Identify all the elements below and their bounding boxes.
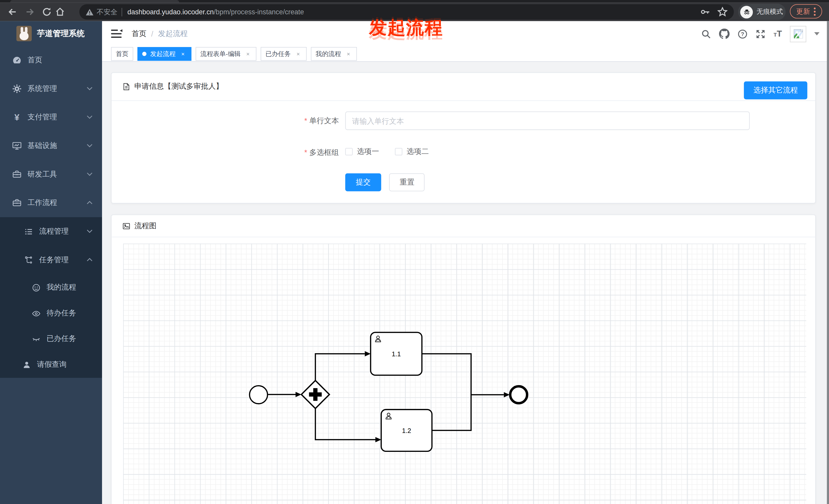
sidebar-item-task-management[interactable]: 任务管理: [0, 245, 102, 274]
checkbox-option-2[interactable]: [395, 148, 402, 155]
search-icon: [701, 29, 711, 39]
avatar[interactable]: [790, 26, 806, 42]
fullscreen-button[interactable]: [756, 29, 766, 39]
app-header: 首页 / 发起流程 ? TT: [102, 21, 829, 46]
svg-text:?: ?: [741, 31, 744, 37]
submit-button[interactable]: 提交: [345, 173, 381, 191]
sidebar-item-label: 流程管理: [39, 227, 69, 236]
eye-icon: [31, 308, 41, 318]
collapse-sidebar-button[interactable]: [111, 29, 122, 39]
help-icon: ?: [738, 29, 748, 39]
end-event-node: [510, 386, 527, 403]
search-button[interactable]: [701, 29, 711, 39]
reload-icon: [41, 6, 52, 17]
app-title: 芋道管理系统: [37, 29, 85, 39]
tab-done-tasks[interactable]: 已办任务 ×: [260, 47, 307, 61]
star-icon[interactable]: [718, 7, 727, 17]
user-icon: [21, 359, 32, 370]
help-button[interactable]: ?: [738, 29, 748, 39]
chevron-down-icon: [87, 115, 93, 119]
back-icon: [7, 6, 18, 17]
sidebar-item-label: 我的流程: [46, 283, 76, 292]
user-task-node-1-2: 1.2: [381, 410, 432, 451]
tags-view-bar: 首页 发起流程 × 流程表单-编辑 × 已办任务 × 我的流程 ×: [102, 46, 829, 62]
dashboard-icon: [11, 55, 22, 66]
incognito-icon: [740, 6, 753, 18]
kebab-menu-icon[interactable]: [814, 7, 816, 15]
chevron-down-icon: [87, 229, 93, 233]
yen-icon: ¥: [11, 112, 22, 122]
active-browser-tab-edge: [10, 0, 179, 3]
gear-icon: [11, 84, 22, 94]
sidebar-item-done-tasks[interactable]: 已办任务: [0, 326, 102, 351]
chevron-down-icon: [87, 172, 93, 176]
text-field-row: *单行文本: [111, 111, 815, 130]
security-label[interactable]: 不安全: [97, 7, 117, 16]
sidebar-item-home[interactable]: 首页: [0, 46, 102, 75]
tab-start-process[interactable]: 发起流程 ×: [138, 47, 191, 61]
close-icon[interactable]: ×: [179, 50, 187, 57]
toolbox-icon: [11, 198, 22, 208]
checkbox-option-2-label[interactable]: 选项二: [406, 147, 429, 156]
tab-my-process[interactable]: 我的流程 ×: [311, 47, 357, 61]
sidebar-item-label: 任务管理: [39, 255, 69, 265]
update-button[interactable]: 更新: [790, 4, 822, 18]
sidebar-item-infrastructure[interactable]: 基础设施: [0, 131, 102, 160]
fold-icon: [111, 29, 122, 39]
close-icon[interactable]: ×: [295, 50, 302, 57]
sidebar-item-label: 研发工具: [28, 170, 57, 179]
url-path: /bpm/process-instance/create: [214, 8, 304, 16]
choose-other-process-button[interactable]: 选择其它流程: [744, 81, 807, 99]
key-icon[interactable]: [700, 7, 710, 17]
font-size-button[interactable]: TT: [773, 30, 782, 38]
avatar-menu-caret[interactable]: [814, 32, 820, 35]
breadcrumb-home[interactable]: 首页: [132, 29, 146, 39]
image-icon: [122, 222, 131, 230]
sidebar-item-devtools[interactable]: 研发工具: [0, 160, 102, 189]
checkbox-option-1-label[interactable]: 选项一: [357, 147, 379, 156]
sidebar-item-label: 基础设施: [28, 141, 57, 151]
screen: 不安全 dashboard.yudao.iocoder.cn/bpm/proce…: [0, 0, 829, 504]
breadcrumb-separator: /: [151, 30, 153, 38]
scrollbar[interactable]: [827, 21, 829, 504]
task-label: 1.1: [392, 350, 401, 357]
sidebar-item-payment[interactable]: ¥ 支付管理: [0, 103, 102, 131]
forward-button[interactable]: [24, 6, 35, 17]
github-button[interactable]: [719, 29, 729, 39]
apply-info-card: 申请信息【测试多审批人】 选择其它流程 *单行文本 *多选框组 选项一 选项二 …: [111, 72, 816, 203]
sidebar-item-todo-tasks[interactable]: 待办任务: [0, 301, 102, 326]
sidebar-item-workflow[interactable]: 工作流程: [0, 189, 102, 217]
required-mark: *: [304, 148, 307, 156]
back-button[interactable]: [7, 6, 18, 17]
sidebar-item-my-process[interactable]: 我的流程: [0, 274, 102, 301]
toolbox-icon: [11, 169, 22, 180]
reset-button[interactable]: 重置: [390, 173, 425, 191]
required-mark: *: [304, 116, 307, 125]
sidebar-item-leave-query[interactable]: 请假查询: [0, 351, 102, 378]
sidebar-item-label: 支付管理: [28, 112, 57, 122]
home-button[interactable]: [55, 6, 66, 17]
close-icon[interactable]: ×: [345, 50, 352, 57]
bpmn-canvas[interactable]: 1.1 1.2: [123, 243, 806, 504]
tab-label: 流程表单-编辑: [201, 49, 241, 58]
sidebar-item-label: 已办任务: [46, 334, 76, 344]
sidebar-item-system[interactable]: 系统管理: [0, 75, 102, 103]
reload-button[interactable]: [41, 6, 52, 17]
single-line-text-input[interactable]: [345, 111, 750, 130]
tab-home[interactable]: 首页: [111, 47, 133, 61]
start-event-node: [250, 386, 267, 403]
chevron-up-icon: [87, 201, 93, 204]
sidebar-item-process-management[interactable]: 流程管理: [0, 217, 102, 246]
apply-info-card-title: 申请信息【测试多审批人】: [134, 82, 223, 91]
logo-image: [16, 26, 32, 41]
chevron-down-icon: [87, 144, 93, 147]
tab-label: 已办任务: [265, 49, 291, 58]
tab-form-edit[interactable]: 流程表单-编辑 ×: [195, 47, 256, 61]
monitor-icon: [11, 141, 22, 151]
checkbox-option-1[interactable]: [345, 148, 353, 155]
app-logo[interactable]: 芋道管理系统: [0, 21, 102, 46]
list-icon: [23, 226, 34, 237]
close-icon[interactable]: ×: [244, 50, 252, 57]
text-field-label: *单行文本: [111, 111, 339, 130]
sidebar-item-label: 请假查询: [37, 360, 67, 369]
